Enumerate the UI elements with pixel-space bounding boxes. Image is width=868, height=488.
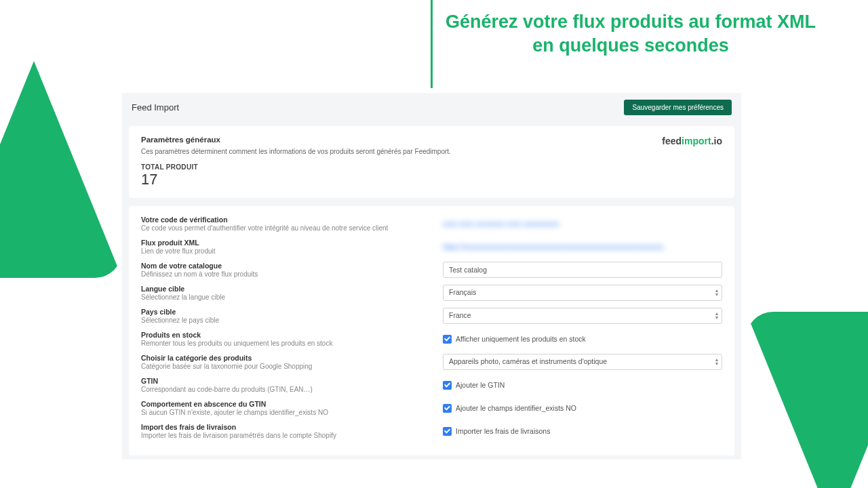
country-select[interactable]: France: [443, 308, 722, 324]
identifier-label: Comportement en abscence du GTIN: [141, 400, 443, 408]
row-verification: Votre code de vérification Ce code vous …: [141, 216, 722, 232]
identifier-check-label: Ajouter le champs identifier_exists NO: [456, 404, 576, 412]
stock-hint: Remonter tous les produits ou uniquement…: [141, 340, 443, 347]
verification-value: xxxx-xxxx-xxxxxxxx-xxxx-xxxxxxxxxx: [443, 220, 559, 228]
app-window: Feed Import Sauvegarder mes préférences …: [122, 93, 741, 460]
row-lang: Langue cible Sélectionnez la langue cibl…: [141, 285, 722, 301]
decorative-triangle-right: [746, 312, 868, 488]
stock-check-label: Afficher uniquement les produits en stoc…: [456, 335, 586, 343]
general-settings-title: Paramètres généraux: [141, 136, 451, 144]
lang-hint: Sélectionnez la langue cible: [141, 293, 443, 301]
gtin-checkbox[interactable]: [443, 381, 452, 390]
feedimport-logo: feedimport.io: [662, 136, 722, 146]
general-settings-card: Paramètres généraux Ces paramètres déter…: [129, 126, 734, 198]
gtin-check-label: Ajouter le GTIN: [456, 381, 505, 389]
row-catalog: Nom de votre catalogue Définissez un nom…: [141, 262, 722, 278]
lang-label: Langue cible: [141, 285, 443, 293]
row-category: Choisir la catégorie des produits Catégo…: [141, 354, 722, 370]
xml-value: https://xxxxxxxxxxxxxxxxxxxxxxxxxxxxxxxx…: [443, 243, 664, 251]
category-label: Choisir la catégorie des produits: [141, 354, 443, 362]
shipping-hint: Importer les frais de livraison paramétr…: [141, 432, 443, 439]
row-country: Pays cible Sélectionnez le pays cible Fr…: [141, 308, 722, 324]
shipping-check-label: Importer les frais de livraisons: [456, 427, 550, 435]
gtin-hint: Correspondant au code-barre du produits …: [141, 386, 443, 393]
total-product-label: TOTAL PRODUIT: [141, 163, 722, 171]
category-select[interactable]: Appareils photo, caméras et instruments …: [443, 354, 722, 370]
shipping-label: Import des frais de livraison: [141, 423, 443, 431]
page-title: Feed Import: [132, 102, 179, 113]
stock-label: Produits en stock: [141, 331, 443, 339]
shipping-checkbox[interactable]: [443, 427, 452, 436]
verification-hint: Ce code vous permet d'authentifier votre…: [141, 224, 443, 232]
app-header: Feed Import Sauvegarder mes préférences: [122, 93, 741, 122]
catalog-hint: Définissez un nom à votre flux produits: [141, 270, 443, 278]
verification-label: Votre code de vérification: [141, 216, 443, 224]
decorative-triangle-left: [0, 61, 122, 278]
settings-card: Votre code de vérification Ce code vous …: [129, 206, 734, 455]
lang-select[interactable]: Français: [443, 285, 722, 301]
row-gtin: GTIN Correspondant au code-barre du prod…: [141, 377, 722, 393]
row-identifier: Comportement en abscence du GTIN Si aucu…: [141, 400, 722, 416]
xml-label: Flux produit XML: [141, 239, 443, 247]
decorative-divider: [431, 0, 433, 88]
total-product-value: 17: [141, 171, 722, 188]
identifier-hint: Si aucun GTIN n'existe, ajouter le champ…: [141, 409, 443, 416]
row-stock: Produits en stock Remonter tous les prod…: [141, 331, 722, 347]
row-xml: Flux produit XML Lien de votre flux prod…: [141, 239, 722, 255]
general-settings-desc: Ces paramètres déterminent comment les i…: [141, 148, 451, 155]
gtin-label: GTIN: [141, 377, 443, 385]
save-preferences-button[interactable]: Sauvegarder mes préférences: [624, 100, 732, 115]
hero-title: Générez votre flux produits au format XM…: [434, 10, 827, 58]
stock-checkbox[interactable]: [443, 335, 452, 344]
catalog-input[interactable]: [443, 262, 722, 278]
identifier-checkbox[interactable]: [443, 404, 452, 413]
xml-hint: Lien de votre flux produit: [141, 247, 443, 255]
catalog-label: Nom de votre catalogue: [141, 262, 443, 270]
category-hint: Catégorie basée sur la taxonomie pour Go…: [141, 363, 443, 370]
row-shipping: Import des frais de livraison Importer l…: [141, 423, 722, 439]
country-label: Pays cible: [141, 308, 443, 316]
country-hint: Sélectionnez le pays cible: [141, 317, 443, 324]
